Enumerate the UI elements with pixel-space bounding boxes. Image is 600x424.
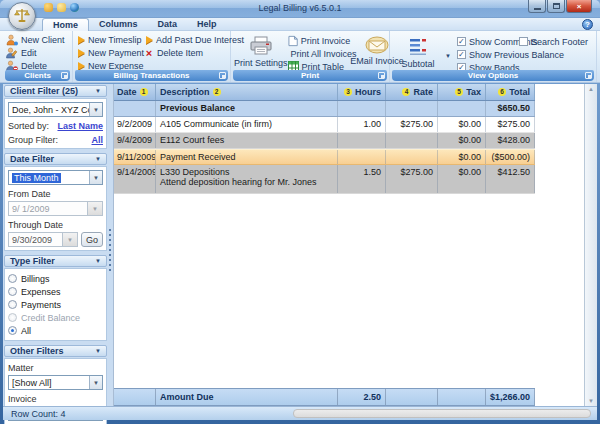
ribbon-group-view-options: Subtotal ▼ ✓ Show Comments ✓ Show Previo… — [390, 31, 597, 82]
matter-label: Matter — [8, 363, 103, 373]
quick-access-icon-3[interactable] — [70, 3, 79, 12]
subtotal-dropdown-icon[interactable]: ▼ — [445, 53, 451, 59]
chevron-down-icon: ▼ — [89, 103, 102, 116]
table-row[interactable]: 9/2/2009 A105 Communicate (in firm) 1.00… — [114, 117, 535, 133]
quick-access-icon-1[interactable] — [44, 3, 53, 12]
window-title: Legal Billing v6.5.0.1 — [0, 3, 600, 13]
group-caption-view-options: View Options — [392, 70, 594, 81]
ribbon: New Client Edit Delete Clients — [0, 31, 600, 83]
billing-grid: Date1 Description2 3Hours 4Rate 5Tax 6To… — [113, 84, 584, 406]
column-header-date[interactable]: Date1 — [114, 84, 156, 100]
client-select[interactable]: Doe, John - XYZ Corporation ▼ — [8, 102, 103, 117]
from-date-value: 9/ 1/2009 — [12, 204, 50, 214]
show-previous-balance-checkbox[interactable]: ✓ Show Previous Balance — [457, 48, 564, 61]
maximize-button[interactable] — [547, 0, 565, 13]
matter-select[interactable]: [Show All] ▼ — [8, 375, 103, 390]
print-settings-button[interactable]: Print Settings — [234, 33, 288, 70]
column-header-hours[interactable]: 3Hours — [338, 84, 386, 100]
dialog-launcher-icon[interactable] — [585, 72, 592, 79]
new-timeslip-button[interactable]: New Timeslip — [76, 33, 144, 46]
amount-due-total: $1,266.00 — [486, 389, 535, 405]
quick-access-icon-2[interactable] — [57, 3, 66, 12]
radio-billings[interactable]: Billings — [8, 272, 103, 285]
column-header-description[interactable]: Description2 — [156, 84, 338, 100]
radio-expenses[interactable]: Expenses — [8, 285, 103, 298]
chevron-down-icon: ▼ — [95, 348, 101, 354]
go-button[interactable]: Go — [81, 232, 103, 247]
subtotal-button[interactable]: Subtotal — [393, 34, 443, 69]
edit-client-icon — [6, 47, 18, 59]
tab-home[interactable]: Home — [42, 18, 89, 31]
new-client-button[interactable]: New Client — [6, 33, 70, 46]
table-row-payment[interactable]: 9/11/2009 Payment Received $0.00 ($500.0… — [114, 149, 535, 165]
radio-selected-icon — [8, 326, 17, 335]
through-date-input[interactable]: 9/30/2009 ▼ — [8, 232, 78, 247]
radio-payments-label: Payments — [21, 300, 61, 310]
calendar-picker-icon[interactable]: ▼ — [87, 202, 102, 215]
client-filter-panel: Doe, John - XYZ Corporation ▼ Sorted by:… — [4, 98, 107, 149]
group-filter-link[interactable]: All — [91, 135, 103, 145]
tab-columns[interactable]: Columns — [89, 18, 148, 31]
date-filter-header[interactable]: Date Filter ▼ — [4, 153, 107, 165]
new-payment-button[interactable]: New Payment — [76, 46, 144, 59]
from-date-input[interactable]: 9/ 1/2009 ▼ — [8, 201, 103, 216]
print-invoice-button[interactable]: Print Invoice — [288, 34, 351, 47]
tab-help[interactable]: Help — [187, 18, 227, 31]
delete-item-button[interactable]: × Delete Item — [144, 46, 244, 59]
close-icon: × — [577, 2, 582, 11]
ribbon-group-billing-transactions: New Timeslip New Payment New Expense Add… — [73, 31, 231, 82]
print-all-invoices-button[interactable]: Print All Invoices — [288, 47, 351, 60]
scroll-down-icon[interactable]: ▼ — [588, 398, 594, 404]
maximize-icon — [553, 3, 560, 9]
close-button[interactable]: × — [566, 0, 592, 13]
checkbox-unchecked-icon — [519, 37, 528, 46]
dialog-launcher-icon[interactable] — [219, 72, 226, 79]
tab-data[interactable]: Data — [148, 18, 188, 31]
subtotal-label: Subtotal — [401, 59, 434, 69]
calendar-picker-icon[interactable]: ▼ — [62, 233, 77, 246]
vertical-scrollbar[interactable]: ▲ ▼ — [584, 84, 597, 406]
client-select-value: Doe, John - XYZ Corporation — [12, 105, 89, 115]
print-all-invoices-label: Print All Invoices — [291, 49, 357, 59]
scroll-up-icon[interactable]: ▲ — [588, 86, 594, 92]
add-past-due-interest-button[interactable]: Add Past Due Interest — [144, 33, 244, 46]
column-header-tax[interactable]: 5Tax — [438, 84, 486, 100]
minimize-button[interactable] — [528, 0, 546, 13]
table-row[interactable]: 9/4/2009 E112 Court fees $0.00 $428.00 — [114, 133, 535, 149]
dialog-launcher-icon[interactable] — [378, 72, 385, 79]
radio-all-label: All — [21, 326, 31, 336]
dialog-launcher-icon[interactable] — [61, 72, 68, 79]
help-icon[interactable]: ? — [582, 19, 593, 30]
from-date-label: From Date — [8, 189, 103, 199]
past-due-arrow-icon — [146, 36, 153, 44]
edit-client-button[interactable]: Edit — [6, 46, 70, 59]
table-row[interactable]: 9/14/2009 L330 Depositions Attend deposi… — [114, 165, 535, 194]
ribbon-group-print: Print Settings Print Invoice Print All I… — [231, 31, 390, 82]
other-filters-header[interactable]: Other Filters ▼ — [4, 345, 107, 357]
group-filter-label: Group Filter: — [8, 135, 58, 145]
horizontal-scrollbar[interactable] — [293, 409, 591, 418]
search-footer-checkbox[interactable]: Search Footer — [519, 35, 588, 48]
radio-expenses-label: Expenses — [21, 287, 61, 297]
type-filter-header[interactable]: Type Filter ▼ — [4, 255, 107, 267]
delete-client-label: Delete — [21, 61, 47, 71]
new-timeslip-label: New Timeslip — [88, 35, 142, 45]
date-range-select[interactable]: This Month ▼ — [8, 170, 103, 185]
ribbon-tab-bar: Home Columns Data Help ? — [0, 18, 600, 31]
column-badge: 1 — [140, 88, 148, 96]
sorted-by-link[interactable]: Last Name — [57, 121, 103, 131]
chevron-down-icon: ▼ — [89, 171, 102, 184]
app-menu-button[interactable] — [8, 2, 36, 30]
sorted-by-label: Sorted by: — [8, 121, 49, 131]
radio-payments[interactable]: Payments — [8, 298, 103, 311]
table-row-previous-balance[interactable]: Previous Balance $650.50 — [114, 101, 535, 117]
expense-arrow-icon — [78, 62, 85, 70]
row-description: L330 Depositions — [160, 167, 337, 177]
amount-due-label: Amount Due — [156, 389, 338, 405]
type-filter-title: Type Filter — [10, 256, 55, 266]
column-badge: 6 — [498, 88, 506, 96]
radio-all[interactable]: All — [8, 324, 103, 337]
client-filter-header[interactable]: Client Filter (25) ▼ — [4, 85, 107, 97]
column-header-total[interactable]: 6Total — [486, 84, 535, 100]
column-header-rate[interactable]: 4Rate — [386, 84, 438, 100]
